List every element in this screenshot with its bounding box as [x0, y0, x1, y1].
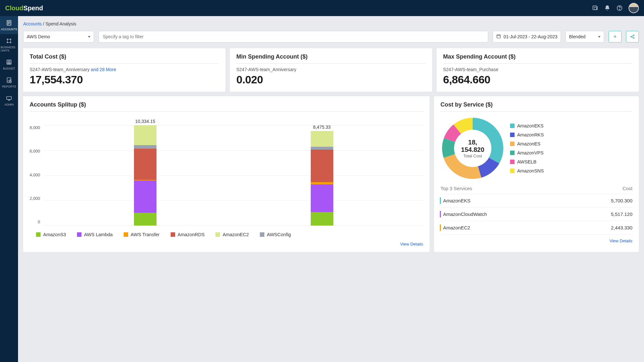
toolbar: AWS Demo 01-Jul-2023 - 22-Aug-2023 Blend… — [23, 31, 639, 42]
legend-swatch — [510, 133, 515, 137]
card-subtitle: S247-AWS-team_Purchase — [443, 67, 632, 72]
legend-item[interactable]: AmazonES — [510, 141, 544, 146]
sidebar-item-label: ACCOUNTS — [1, 28, 17, 31]
y-axis: 8,0006,0004,0002,0000 — [30, 116, 44, 226]
legend-item[interactable]: AmazonEKS — [510, 123, 544, 128]
legend-label: AWSConfig — [267, 232, 291, 237]
sidebar-item-accounts[interactable]: ACCOUNTS — [0, 16, 18, 34]
breadcrumb-root[interactable]: Accounts — [23, 21, 42, 26]
donut-center-value: 18, 154.820 — [457, 139, 489, 153]
donut-center: 18, 154.820 Total Cost — [457, 139, 489, 158]
business-units-icon — [5, 37, 13, 44]
bar-segment[interactable] — [134, 125, 156, 145]
app-logo: CloudSpend — [5, 5, 43, 12]
legend-item[interactable]: AmazonRKS — [510, 132, 544, 137]
tasks-icon[interactable] — [592, 5, 598, 11]
card-total-cost: Total Cost ($) S247-AWS-team_Anniversary… — [23, 48, 225, 92]
bar-segment[interactable] — [311, 147, 333, 150]
legend-label: AmazonVPS — [517, 150, 544, 155]
legend-item[interactable]: AWSELB — [510, 159, 544, 164]
sidebar-item-admin[interactable]: ADMIN — [0, 91, 18, 109]
more-accounts-link[interactable]: and 28 More — [91, 67, 116, 72]
legend-swatch — [510, 169, 515, 173]
bar-segment[interactable] — [311, 184, 333, 212]
card-subtitle: S247-AWS-team_Anniversary and 28 More — [30, 67, 219, 72]
svg-point-2 — [619, 9, 620, 10]
bar-total-label: 8,475.33 — [313, 125, 331, 130]
sidebar-item-label: ADMIN — [5, 103, 14, 106]
donut-legend: AmazonEKSAmazonRKSAmazonESAmazonVPSAWSEL… — [510, 123, 544, 173]
legend-item[interactable]: AmazonVPS — [510, 150, 544, 155]
bar-segment[interactable] — [134, 145, 156, 148]
bar-segment[interactable] — [311, 131, 333, 147]
caret-down-icon — [88, 36, 90, 38]
help-icon[interactable] — [616, 5, 623, 11]
share-button[interactable] — [626, 31, 639, 42]
top3-name: AmazonEC2 — [443, 225, 470, 230]
bar-segment[interactable] — [134, 149, 156, 180]
legend-item[interactable]: AWSConfig — [260, 232, 291, 237]
summary-cards: Total Cost ($) S247-AWS-team_Anniversary… — [23, 48, 639, 92]
donut-center-label: Total Cost — [457, 153, 489, 158]
legend-item[interactable]: AmazonRDS — [171, 232, 205, 237]
bar-segment[interactable] — [311, 212, 333, 226]
bar-column: 10,334.15 — [134, 119, 156, 226]
legend-swatch — [171, 232, 175, 237]
legend-swatch — [124, 232, 128, 237]
cost-type-select[interactable]: Blended — [565, 31, 604, 42]
account-select[interactable]: AWS Demo — [23, 31, 94, 42]
accounts-icon — [5, 19, 13, 26]
sidebar-item-reports[interactable]: REPORTS — [0, 73, 18, 91]
view-details-link[interactable]: View Details — [610, 238, 632, 243]
caret-down-icon — [598, 36, 601, 38]
top3-header: Top 3 Services Cost — [440, 184, 632, 194]
sidebar-item-business-units[interactable]: BUSINESS UNITS — [0, 34, 18, 55]
card-min-spending: Min Spending Account ($) S247-AWS-team_A… — [230, 48, 432, 92]
legend-swatch — [510, 151, 515, 155]
bar-segment[interactable] — [311, 182, 333, 184]
sidebar-item-budget[interactable]: BUDGET — [0, 55, 18, 73]
svg-point-8 — [10, 39, 11, 40]
top3-cost: 2,443.330 — [611, 225, 632, 230]
date-range-picker[interactable]: 01-Jul-2023 - 22-Aug-2023 — [493, 31, 561, 42]
legend-item[interactable]: AmazonS3 — [36, 232, 66, 237]
svg-point-16 — [8, 63, 8, 64]
legend-swatch — [510, 142, 515, 146]
legend-item[interactable]: AWS Lambda — [77, 232, 113, 237]
bar-column: 8,475.33 — [311, 125, 333, 226]
accounts-splitup-panel: Accounts Splitup ($) 8,0006,0004,0002,00… — [23, 96, 430, 252]
bell-icon[interactable] — [604, 5, 611, 11]
bar-segment[interactable] — [311, 150, 333, 182]
bars-area: 10,334.158,475.33 — [44, 116, 423, 226]
reports-icon — [5, 77, 13, 84]
tag-filter-input[interactable] — [99, 31, 488, 42]
svg-point-14 — [9, 62, 9, 63]
legend-label: AmazonSNS — [517, 168, 544, 173]
panel-title: Cost by Service ($) — [440, 101, 632, 112]
legend-swatch — [77, 232, 81, 237]
admin-icon — [5, 95, 13, 102]
user-avatar[interactable] — [629, 3, 639, 13]
legend-item[interactable]: AmazonEC2 — [215, 232, 249, 237]
add-button[interactable]: + — [609, 31, 621, 42]
cost-label: Cost — [622, 186, 632, 191]
legend-item[interactable]: AWS Transfer — [124, 232, 160, 237]
bar-segment[interactable] — [134, 213, 156, 226]
svg-point-9 — [7, 42, 8, 43]
legend-swatch — [260, 232, 264, 237]
bar-stack — [134, 125, 156, 226]
topbar-actions — [592, 3, 639, 13]
svg-rect-21 — [7, 97, 12, 99]
svg-point-7 — [7, 39, 8, 40]
card-value: 17,554.370 — [30, 73, 219, 86]
bar-segment[interactable] — [134, 181, 156, 213]
card-value: 6,864.660 — [443, 73, 632, 86]
topbar: CloudSpend — [0, 0, 644, 16]
top3-row: AmazonEKS5,700.300 — [440, 194, 632, 208]
legend-item[interactable]: AmazonSNS — [510, 168, 544, 173]
breadcrumb-sep: / — [42, 21, 46, 26]
legend-swatch — [215, 232, 220, 237]
view-details-link[interactable]: View Details — [400, 242, 423, 246]
plus-icon: + — [613, 33, 617, 40]
card-title: Total Cost ($) — [30, 53, 219, 64]
